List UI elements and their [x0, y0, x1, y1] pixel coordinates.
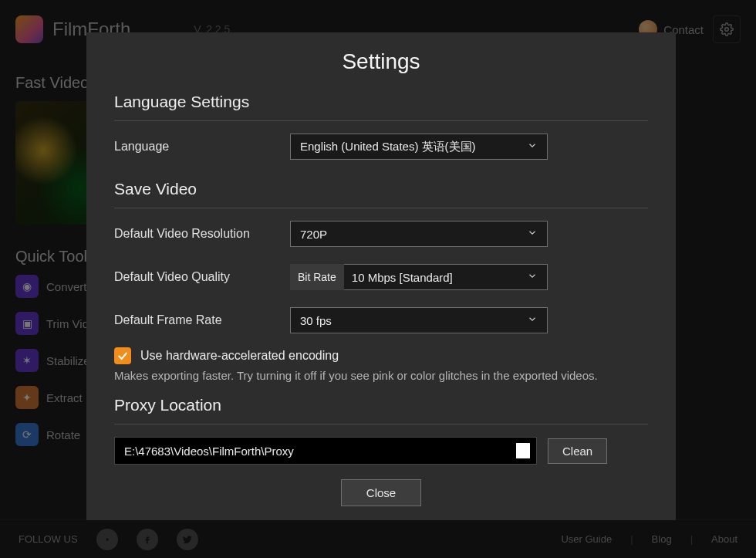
settings-modal: Settings Language Settings Language Engl… — [86, 32, 676, 520]
chevron-down-icon — [527, 228, 538, 241]
divider — [114, 208, 648, 208]
language-settings-heading: Language Settings — [114, 93, 648, 111]
resolution-select[interactable]: 720P — [290, 221, 548, 247]
hardware-accel-hint: Makes exporting faster. Try turning it o… — [114, 369, 648, 382]
modal-title: Settings — [114, 49, 648, 74]
language-select[interactable]: English (United States) 英语(美国) — [290, 134, 548, 160]
chevron-down-icon — [527, 271, 538, 284]
resolution-value: 720P — [300, 228, 327, 241]
proxy-location-heading: Proxy Location — [114, 396, 648, 414]
close-button[interactable]: Close — [341, 479, 421, 506]
divider — [114, 424, 648, 424]
language-value: English (United States) 英语(美国) — [300, 140, 476, 154]
browse-icon[interactable] — [516, 443, 530, 458]
save-video-heading: Save Video — [114, 180, 648, 198]
divider — [114, 120, 648, 121]
proxy-path-value: E:\47683\Videos\FilmForth\Proxy — [124, 445, 294, 458]
framerate-label: Default Frame Rate — [114, 313, 290, 327]
quality-select[interactable]: Bit Rate 10 Mbps [Standard] — [290, 264, 548, 290]
hardware-accel-checkbox[interactable] — [114, 347, 131, 364]
proxy-path-input[interactable]: E:\47683\Videos\FilmForth\Proxy — [114, 437, 537, 465]
chevron-down-icon — [527, 314, 538, 327]
quality-label: Default Video Quality — [114, 270, 290, 284]
quality-value: 10 Mbps [Standard] — [352, 271, 453, 284]
hardware-accel-label: Use hardware-accelerated encoding — [140, 349, 339, 363]
clean-button[interactable]: Clean — [548, 438, 607, 464]
resolution-label: Default Video Resolution — [114, 227, 290, 241]
framerate-value: 30 fps — [300, 314, 332, 327]
language-label: Language — [114, 140, 290, 154]
framerate-select[interactable]: 30 fps — [290, 307, 548, 333]
chevron-down-icon — [527, 140, 538, 154]
quality-prefix: Bit Rate — [290, 264, 344, 290]
